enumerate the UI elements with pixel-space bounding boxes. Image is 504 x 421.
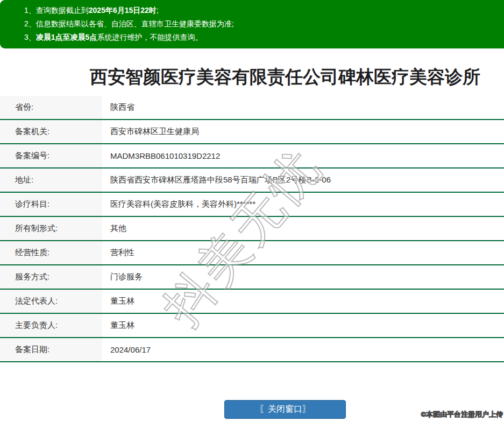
upload-credit-watermark: ©本图由平台注册用户上传 xyxy=(421,410,503,419)
table-row: 诊疗科目:医疗美容科(美容皮肤科，美容外科)****** xyxy=(0,193,504,217)
row-value: 董玉林 xyxy=(102,290,504,313)
notice-text: ; xyxy=(157,6,159,15)
row-value: 营利性 xyxy=(102,241,504,264)
row-value: 2024/06/17 xyxy=(102,338,504,361)
table-row: 备案编号:MADM3RBB061010319D2212 xyxy=(0,144,504,169)
page-title: 西安智颜医疗美容有限责任公司碑林医疗美容诊所 xyxy=(0,68,504,86)
row-label: 主要负责人: xyxy=(0,314,102,337)
row-value: 医疗美容科(美容皮肤科，美容外科)****** xyxy=(102,193,504,216)
notice-text: 1、查询数据截止到 xyxy=(24,6,89,15)
row-label: 所有制形式: xyxy=(0,217,102,240)
table-row: 省份:陕西省 xyxy=(0,96,504,120)
row-label: 省份: xyxy=(0,96,102,119)
notice-text: 3、 xyxy=(24,33,36,41)
content-container: 1、查询数据截止到2025年6月15日22时; 2、信息数据结果以各省、自治区、… xyxy=(0,0,504,419)
notice-banner: 1、查询数据截止到2025年6月15日22时; 2、信息数据结果以各省、自治区、… xyxy=(0,0,504,48)
row-value: 其他 xyxy=(102,217,504,240)
row-label: 法定代表人: xyxy=(0,290,102,313)
info-table: 省份:陕西省备案机关:西安市碑林区卫生健康局备案编号:MADM3RBB06101… xyxy=(0,96,504,362)
notice-text: 系统进行维护，不能提供查询。 xyxy=(97,33,202,41)
row-value: 门诊服务 xyxy=(102,265,504,289)
row-label: 备案编号: xyxy=(0,144,102,167)
query-result-page: 1、查询数据截止到2025年6月15日22时; 2、信息数据结果以各省、自治区、… xyxy=(0,0,504,421)
table-row: 备案日期:2024/06/17 xyxy=(0,338,504,362)
table-row: 法定代表人:董玉林 xyxy=(0,290,504,314)
row-value: 董玉林 xyxy=(102,314,504,337)
notice-bold-maintenance-hours: 凌晨1点至凌晨5点 xyxy=(36,33,97,41)
row-value: MADM3RBB061010319D2212 xyxy=(102,144,504,167)
row-value: 陕西省西安市碑林区雁塔路中段58号百瑞广场B区2号楼B-2-06 xyxy=(102,169,504,192)
table-row: 服务方式:门诊服务 xyxy=(0,265,504,290)
row-label: 地址: xyxy=(0,169,102,192)
table-row: 备案机关:西安市碑林区卫生健康局 xyxy=(0,120,504,144)
notice-line-3: 3、凌晨1点至凌晨5点系统进行维护，不能提供查询。 xyxy=(24,31,504,44)
close-window-button[interactable]: 〖关闭窗口〗 xyxy=(224,400,346,419)
row-value: 陕西省 xyxy=(102,96,504,119)
row-label: 备案日期: xyxy=(0,338,102,361)
notice-text: 2、信息数据结果以各省、自治区、直辖市卫生健康委数据为准; xyxy=(24,19,234,28)
notice-bold-date: 2025年6月15日22时 xyxy=(89,6,157,15)
row-label: 备案机关: xyxy=(0,120,102,143)
row-label: 诊疗科目: xyxy=(0,193,102,216)
table-row: 主要负责人:董玉林 xyxy=(0,314,504,338)
notice-line-2: 2、信息数据结果以各省、自治区、直辖市卫生健康委数据为准; xyxy=(24,17,504,31)
table-row: 地址:陕西省西安市碑林区雁塔路中段58号百瑞广场B区2号楼B-2-06 xyxy=(0,169,504,193)
notice-line-1: 1、查询数据截止到2025年6月15日22时; xyxy=(24,4,504,17)
row-value: 西安市碑林区卫生健康局 xyxy=(102,120,504,143)
row-label: 经营性质: xyxy=(0,241,102,264)
row-label: 服务方式: xyxy=(0,265,102,289)
table-row: 经营性质:营利性 xyxy=(0,241,504,265)
table-row: 所有制形式:其他 xyxy=(0,217,504,241)
